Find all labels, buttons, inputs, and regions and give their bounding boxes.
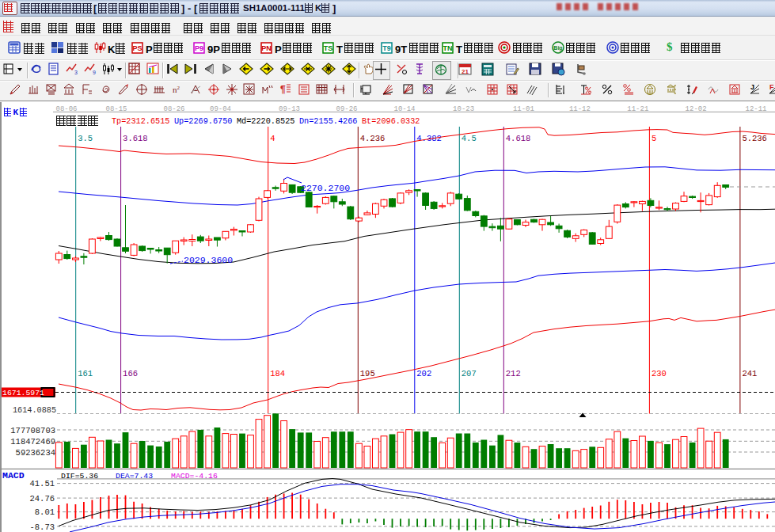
svg-text:3: 3 — [74, 70, 78, 75]
svg-text:Bt=2096.0332: Bt=2096.0332 — [362, 117, 420, 126]
svg-text:4.236: 4.236 — [360, 134, 386, 143]
svg-text:177708703: 177708703 — [10, 426, 55, 435]
svg-text:Up=2269.6750: Up=2269.6750 — [174, 117, 232, 126]
svg-text:2270.2700: 2270.2700 — [301, 183, 350, 193]
svg-text:-8.73: -8.73 — [29, 522, 55, 532]
svg-text:202: 202 — [416, 369, 431, 378]
svg-text:21: 21 — [462, 68, 469, 75]
svg-text:PN: PN — [261, 44, 272, 52]
svg-text:195: 195 — [360, 369, 375, 378]
svg-text:1671.5971: 1671.5971 — [2, 389, 44, 397]
svg-text:118472469: 118472469 — [10, 437, 55, 446]
svg-text:n2: n2 — [173, 85, 180, 94]
svg-text:P9: P9 — [195, 44, 203, 52]
svg-text:166: 166 — [123, 369, 138, 378]
svg-text:212: 212 — [506, 369, 521, 378]
svg-text:4.382: 4.382 — [416, 134, 442, 143]
svg-text:MACD: MACD — [2, 470, 25, 481]
svg-text:24.76: 24.76 — [29, 494, 55, 504]
svg-text:Tp=2312.6515: Tp=2312.6515 — [112, 117, 169, 126]
svg-text:F: F — [769, 83, 774, 91]
svg-text:T9: T9 — [382, 44, 391, 52]
svg-text:2029.3600: 2029.3600 — [184, 255, 233, 265]
svg-text:5.236: 5.236 — [742, 134, 767, 143]
svg-text:¶: ¶ — [280, 84, 286, 95]
svg-text:J: J — [750, 83, 754, 91]
svg-text:TN: TN — [443, 44, 453, 52]
svg-text:5: 5 — [652, 134, 656, 143]
svg-text:4.618: 4.618 — [506, 134, 531, 143]
svg-text:184: 184 — [270, 369, 285, 378]
svg-text:241: 241 — [742, 369, 757, 378]
svg-text:59236234: 59236234 — [16, 448, 55, 458]
svg-text:4: 4 — [270, 134, 275, 143]
svg-text:Md=2220.8525: Md=2220.8525 — [237, 117, 294, 126]
svg-text:Dn=2155.4266: Dn=2155.4266 — [299, 117, 357, 126]
svg-text:PS: PS — [132, 44, 142, 52]
svg-text:TS: TS — [324, 44, 333, 52]
svg-text:207: 207 — [462, 369, 477, 378]
svg-text:41.51: 41.51 — [29, 479, 55, 488]
svg-text:230: 230 — [652, 369, 667, 378]
svg-text:3.5: 3.5 — [78, 134, 93, 143]
svg-text:161: 161 — [78, 369, 93, 378]
svg-text:4.5: 4.5 — [462, 134, 477, 143]
svg-text:1614.0885: 1614.0885 — [13, 406, 56, 415]
svg-text:3.618: 3.618 — [123, 134, 148, 143]
svg-text:9: 9 — [93, 70, 96, 75]
svg-text:8.01: 8.01 — [35, 507, 55, 517]
svg-text:Big: Big — [553, 45, 562, 51]
